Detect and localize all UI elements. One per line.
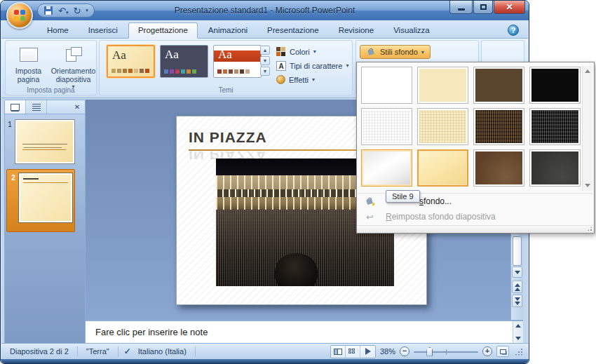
zoom-slider-thumb[interactable] [426,347,433,356]
group-temi: Aa Aa Aa [99,40,353,95]
zoom-in-button[interactable]: + [482,346,492,356]
undo-button[interactable]: ↶▾ [58,6,68,15]
view-buttons [330,345,376,358]
dropdown-bottom-strip [357,225,594,233]
scrollbar-thumb[interactable] [513,236,522,266]
tipi-di-carattere-button[interactable]: A Tipi di carattere ▾ [276,60,348,72]
stili-sfondo-label: Stili sfondo [380,48,418,56]
maximize-icon [480,4,487,10]
bg-style-7[interactable] [473,108,524,145]
colori-button[interactable]: Colori ▾ [276,46,348,58]
tab-slides[interactable] [5,100,26,114]
slide-2-selected[interactable]: 2 [6,169,75,232]
theme-gallery-more-icon[interactable]: ▼ [260,67,270,76]
theme-letters: Aa [165,48,179,62]
paint-bucket-icon [364,196,376,206]
zoom-slider[interactable] [414,347,478,356]
slide-1-number: 1 [5,119,15,164]
bg-style-4[interactable] [529,67,581,104]
next-slide-button[interactable] [512,295,522,307]
scroll-down-button[interactable] [512,267,522,278]
arrow-up-icon [585,69,590,73]
language-indicator[interactable]: Italiano (Italia) [135,347,189,356]
panel-close-button[interactable]: ✕ [69,100,85,114]
group-label-imposta-pagina: Imposta pagina [6,86,96,94]
spellcheck-icon[interactable]: ✓ [124,346,131,356]
slideshow-button[interactable] [360,346,375,358]
slide-1-row[interactable]: 1 [5,119,85,164]
status-bar: Diapositiva 2 di 2 "Terra" ✓ Italiano (I… [1,343,528,359]
bg-style-6[interactable] [417,108,468,145]
tab-progettazione[interactable]: Progettazione [128,22,198,39]
bg-style-9[interactable] [361,149,412,187]
notes-panel[interactable]: Fare clic per inserire le note [86,320,523,343]
resize-grip[interactable] [515,348,522,356]
previous-slide-button[interactable] [512,281,522,293]
tab-inserisci[interactable]: Inserisci [79,23,127,38]
reimposta-sfondo-menu-item[interactable]: ↩ Reimposta sfondo diapositiva [358,209,592,224]
notes-scrollbar[interactable] [513,321,523,343]
tab-visualizza[interactable]: Visualizza [384,23,439,38]
save-button[interactable] [43,6,53,15]
slide-title[interactable]: IN PIAZZA [189,129,267,146]
office-button[interactable] [6,2,33,29]
maximize-button[interactable] [473,1,493,14]
reimposta-sfondo-label: Reimposta sfondo diapositiva [386,212,496,222]
theme-thumbnail-dark[interactable]: Aa [160,45,208,78]
theme-thumbnail-selected[interactable]: Aa [107,45,155,78]
zoom-out-button[interactable]: − [400,346,409,356]
bg-style-10[interactable] [417,149,468,187]
tab-outline[interactable] [26,100,47,114]
bg-style-11[interactable] [473,149,524,187]
bg-style-1[interactable] [361,67,412,104]
slide-2-row[interactable]: 2 [5,169,85,232]
bg-style-5[interactable] [361,108,412,145]
fit-icon [500,349,506,354]
slide-sorter-button[interactable] [346,346,360,358]
chevron-down-icon: ▾ [421,49,424,55]
bg-style-12[interactable] [529,149,581,187]
slideshow-icon [365,348,371,355]
paint-bucket-icon [366,47,377,57]
photo-foreground-head [275,253,318,286]
formato-sfondo-label: sfondo... [419,196,452,206]
help-button[interactable]: ? [508,25,519,36]
tab-presentazione[interactable]: Presentazione [258,23,328,38]
slide-1-thumbnail[interactable] [15,119,75,164]
theme-scroll-down-icon[interactable]: ▼ [260,56,270,65]
save-icon [43,6,53,15]
slide-sorter-icon [348,349,356,355]
tab-animazioni[interactable]: Animazioni [199,23,257,38]
close-icon: ✕ [506,2,513,12]
qat-customize-button[interactable]: ▾ [86,8,88,13]
minimize-button[interactable] [449,1,473,14]
notes-placeholder[interactable]: Fare clic per inserire le note [95,327,208,337]
bg-style-swatch [363,69,410,102]
fit-to-window-button[interactable] [496,346,509,357]
gallery-scrollbar[interactable] [582,66,592,191]
theme-swatches [111,69,149,73]
bg-style-swatch [531,110,578,143]
stili-sfondo-button[interactable]: Stili sfondo ▾ [360,45,431,59]
slides-tab-icon [11,104,20,111]
chevron-down-icon: ▾ [312,76,315,83]
slide-indicator: Diapositiva 2 di 2 [7,347,72,356]
zoom-level[interactable]: 38% [380,347,395,356]
fonts-icon: A [276,61,286,71]
slide-2-thumbnail[interactable] [18,173,73,223]
bg-style-8[interactable] [529,108,581,145]
tab-home[interactable]: Home [38,23,78,38]
effects-icon [276,75,285,84]
tab-revisione[interactable]: Revisione [330,23,384,38]
orientamento-label: Orientamento diapositiva [51,67,96,83]
redo-button[interactable]: ↻ [73,6,81,15]
undo-caret-icon: ▾ [66,10,69,15]
bg-style-3[interactable] [473,67,524,104]
effetti-button[interactable]: Effetti ▾ [276,74,348,86]
close-button[interactable]: ✕ [494,1,525,14]
normal-view-button[interactable] [331,346,346,358]
page-setup-icon [20,48,38,62]
theme-scroll-up-icon[interactable]: ▲ [260,46,270,55]
theme-thumbnail-red[interactable]: Aa [213,45,262,78]
bg-style-2[interactable] [417,67,468,104]
